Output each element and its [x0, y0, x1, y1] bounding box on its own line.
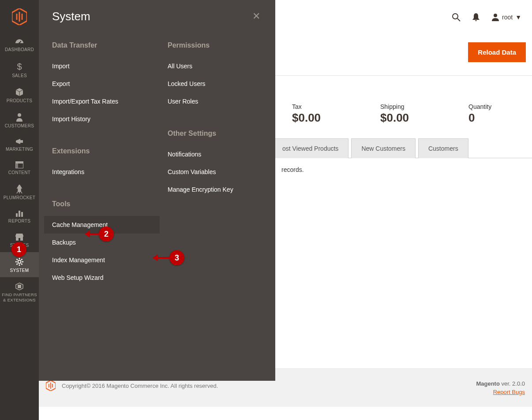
nav-content[interactable]: CONTENT — [0, 156, 39, 179]
person-icon — [16, 113, 23, 122]
svg-point-2 — [18, 113, 21, 117]
nav-label: DASHBOARD — [5, 47, 34, 52]
svg-point-10 — [453, 14, 458, 19]
link-web-setup-wizard[interactable]: Web Setup Wizard — [52, 269, 152, 286]
magento-logo-icon — [12, 8, 27, 25]
reload-data-button[interactable]: Reload Data — [468, 42, 526, 62]
metric-value: $0.00 — [292, 111, 345, 125]
metric-label: Tax — [292, 103, 345, 110]
tab-new-customers[interactable]: New Customers — [351, 138, 416, 158]
section-data-transfer: Data Transfer — [52, 41, 152, 49]
annotation-1: 1 — [11, 242, 26, 257]
nav-label: SYSTEM — [10, 268, 29, 273]
nav-label: REPORTS — [8, 219, 30, 223]
section-other-settings: Other Settings — [168, 130, 267, 138]
nav-label: PLUMROCKET — [4, 195, 35, 200]
nav-sales[interactable]: $ SALES — [0, 56, 39, 82]
link-custom-variables[interactable]: Custom Variables — [168, 163, 267, 181]
magento-footer-icon — [46, 380, 56, 391]
nav-label: CONTENT — [8, 170, 30, 175]
store-icon — [15, 233, 24, 241]
link-import-export-tax-rates[interactable]: Import/Export Tax Rates — [52, 93, 152, 110]
link-index-management[interactable]: Index Management — [52, 251, 152, 269]
nav-label: MARKETING — [6, 147, 33, 152]
gear-icon — [15, 257, 24, 266]
nav-customers[interactable]: CUSTOMERS — [0, 108, 39, 133]
flyout-title: System — [52, 10, 90, 23]
plumrocket-icon — [15, 185, 23, 193]
chevron-down-icon: ▼ — [515, 14, 521, 21]
link-user-roles[interactable]: User Roles — [168, 93, 267, 110]
nav-dashboard[interactable]: DASHBOARD — [0, 33, 39, 56]
no-records-message: records. — [275, 158, 532, 181]
metric-shipping: Shipping $0.00 — [380, 103, 433, 125]
arrow-icon — [154, 257, 169, 259]
nav-label: PRODUCTS — [7, 98, 33, 103]
gauge-icon — [15, 38, 24, 45]
svg-rect-4 — [15, 161, 23, 164]
user-icon — [491, 13, 499, 21]
arrow-icon — [86, 233, 99, 235]
svg-rect-8 — [21, 212, 23, 217]
nav-marketing[interactable]: MARKETING — [0, 133, 39, 156]
admin-sidebar: DASHBOARD $ SALES PRODUCTS CUSTOMERS MAR… — [0, 0, 39, 420]
magento-logo[interactable] — [0, 0, 39, 33]
svg-rect-6 — [16, 213, 18, 217]
svg-point-9 — [18, 260, 21, 264]
copyright-text: Copyright© 2016 Magento Commerce Inc. Al… — [62, 383, 218, 389]
link-manage-encryption-key[interactable]: Manage Encryption Key — [168, 181, 267, 198]
report-bugs-link[interactable]: Report Bugs — [476, 389, 525, 395]
nav-find-partners[interactable]: FIND PARTNERS& EXTENSIONS — [0, 277, 39, 307]
metric-label: Shipping — [380, 103, 433, 110]
footer-brand: Magento — [476, 380, 499, 387]
section-tools: Tools — [52, 200, 152, 208]
tab-customers[interactable]: Customers — [418, 138, 468, 158]
link-notifications[interactable]: Notifications — [168, 145, 267, 163]
link-export[interactable]: Export — [52, 75, 152, 93]
layout-icon — [15, 161, 23, 168]
link-locked-users[interactable]: Locked Users — [168, 75, 267, 93]
footer-version: ver. 2.0.0 — [500, 380, 525, 387]
svg-point-12 — [494, 14, 497, 17]
dollar-icon: $ — [17, 62, 22, 71]
bars-icon — [15, 210, 23, 217]
metric-value: $0.00 — [380, 111, 433, 125]
section-extensions: Extensions — [52, 147, 152, 155]
svg-rect-5 — [15, 164, 18, 168]
svg-rect-7 — [19, 211, 20, 217]
nav-plumrocket[interactable]: PLUMROCKET — [0, 179, 39, 204]
nav-label: FIND PARTNERS& EXTENSIONS — [2, 292, 37, 303]
nav-label: CUSTOMERS — [5, 123, 34, 128]
megaphone-icon — [15, 138, 24, 145]
link-integrations[interactable]: Integrations — [52, 163, 152, 181]
metric-tax: Tax $0.00 — [292, 103, 345, 125]
annotation-2: 2 — [86, 227, 114, 242]
partners-icon — [15, 282, 24, 290]
metric-value: 0 — [468, 111, 521, 125]
nav-label: SALES — [12, 73, 27, 78]
link-import[interactable]: Import — [52, 57, 152, 75]
dashboard-tabs: ost Viewed Products New Customers Custom… — [275, 138, 532, 158]
tab-most-viewed[interactable]: ost Viewed Products — [273, 138, 348, 158]
close-icon[interactable]: ✕ — [251, 9, 262, 24]
metric-label: Quantity — [468, 103, 521, 110]
section-permissions: Permissions — [168, 41, 267, 49]
metric-quantity: Quantity 0 — [468, 103, 521, 125]
bell-icon[interactable] — [472, 13, 480, 22]
link-import-history[interactable]: Import History — [52, 110, 152, 128]
link-all-users[interactable]: All Users — [168, 57, 267, 75]
nav-products[interactable]: PRODUCTS — [0, 82, 39, 108]
nav-reports[interactable]: REPORTS — [0, 204, 39, 228]
user-menu[interactable]: root ▼ — [491, 13, 521, 21]
search-icon[interactable] — [452, 13, 461, 22]
system-flyout: System ✕ Data Transfer Import Export Imp… — [39, 0, 275, 381]
user-name: root — [502, 14, 513, 21]
annotation-3: 3 — [154, 250, 184, 265]
package-icon — [15, 88, 24, 97]
svg-line-11 — [457, 19, 460, 21]
